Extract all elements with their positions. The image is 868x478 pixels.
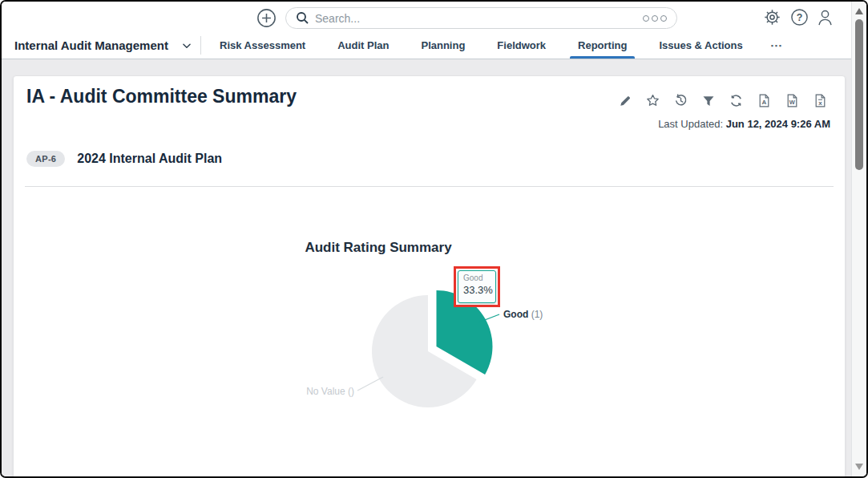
tab-reporting[interactable]: Reporting	[562, 32, 643, 59]
last-updated: Last Updated: Jun 12, 2024 9:26 AM	[658, 118, 830, 130]
tab-planning[interactable]: Planning	[405, 32, 481, 59]
last-updated-value: Jun 12, 2024 9:26 AM	[726, 118, 830, 130]
leader-line-no-value	[357, 377, 383, 391]
report-toolbar: A W x	[619, 94, 827, 107]
filter-icon[interactable]	[702, 95, 715, 107]
module-selector[interactable]: Internal Audit Management	[14, 32, 192, 59]
vertical-scrollbar	[851, 2, 866, 476]
scroll-down-arrow-icon[interactable]	[855, 464, 863, 470]
search-options-icon[interactable]	[643, 15, 667, 22]
chevron-down-icon	[181, 40, 192, 51]
pie-label-no-value: No Value ()	[270, 386, 354, 397]
settings-gear-icon[interactable]	[763, 8, 781, 26]
edit-pencil-icon[interactable]	[619, 95, 632, 107]
record-id-badge: AP-6	[26, 151, 65, 167]
scrollbar-thumb[interactable]	[855, 19, 863, 170]
pie-tooltip: Good 33.3%	[458, 270, 496, 303]
favorite-star-icon[interactable]	[646, 94, 660, 107]
record-row: AP-6 2024 Internal Audit Plan	[26, 151, 222, 167]
scroll-up-arrow-icon[interactable]	[855, 8, 863, 14]
svg-text:x: x	[818, 99, 822, 107]
annotation-highlight-box: Good 33.3%	[454, 266, 500, 307]
section-divider	[25, 186, 834, 187]
user-profile-icon[interactable]	[816, 8, 834, 26]
svg-text:A: A	[762, 99, 767, 106]
help-icon[interactable]: ?	[790, 8, 809, 26]
tab-audit-plan[interactable]: Audit Plan	[321, 32, 405, 59]
search-input[interactable]	[315, 12, 643, 25]
nav-divider	[200, 36, 201, 55]
chart-title: Audit Rating Summary	[302, 240, 454, 256]
export-pdf-icon[interactable]: A	[757, 94, 771, 107]
pie-label-good: Good (1)	[503, 309, 543, 320]
tab-more-icon[interactable]: ⋯	[759, 32, 794, 59]
export-word-icon[interactable]: W	[785, 94, 799, 107]
app-window: ? Internal Audit Management Risk Assessm…	[0, 0, 868, 478]
svg-text:?: ?	[797, 12, 803, 23]
export-excel-icon[interactable]: x	[813, 94, 827, 107]
svg-text:W: W	[789, 99, 796, 106]
tooltip-label: Good	[463, 273, 491, 282]
tab-risk-assessment[interactable]: Risk Assessment	[204, 32, 321, 59]
search-icon	[296, 11, 309, 25]
page-title: IA - Audit Committee Summary	[26, 86, 297, 107]
content-area: IA - Audit Committee Summary	[2, 59, 851, 476]
top-bar: ?	[2, 2, 851, 32]
module-label: Internal Audit Management	[14, 38, 168, 52]
refresh-icon[interactable]	[729, 94, 743, 107]
tooltip-value: 33.3%	[463, 284, 491, 296]
nav-bar: Internal Audit Management Risk Assessmen…	[2, 32, 851, 59]
tab-issues-actions[interactable]: Issues & Actions	[643, 32, 758, 59]
tab-fieldwork[interactable]: Fieldwork	[481, 32, 562, 59]
nav-tabs: Risk Assessment Audit Plan Planning Fiel…	[204, 32, 794, 59]
record-name-link[interactable]: 2024 Internal Audit Plan	[77, 152, 222, 166]
search-bar[interactable]	[285, 7, 677, 29]
report-card: IA - Audit Committee Summary	[13, 75, 846, 478]
history-icon[interactable]	[674, 94, 688, 107]
add-icon[interactable]	[256, 8, 277, 28]
